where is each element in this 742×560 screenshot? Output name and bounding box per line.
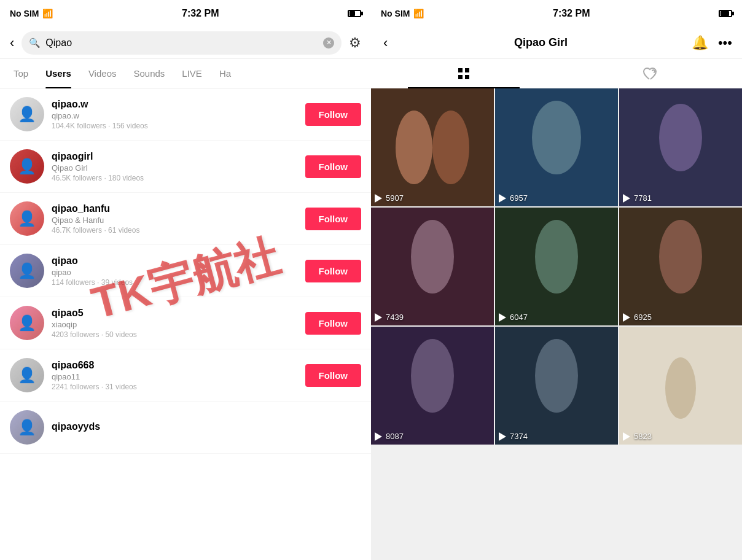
video-thumb[interactable]: 5907 xyxy=(371,88,494,206)
follow-button[interactable]: Follow xyxy=(305,364,362,387)
user-handle: qipao xyxy=(52,268,298,277)
time-right: 7:32 PM xyxy=(553,8,590,19)
video-overlay: 8087 xyxy=(375,432,404,441)
user-stats: 4203 followers · 50 videos xyxy=(52,330,298,339)
back-button[interactable]: ‹ xyxy=(7,33,17,53)
user-stats: 114 followers · 39 videos xyxy=(52,278,298,287)
user-list: 👤 qipao.w qipao.w 104.4K followers · 156… xyxy=(0,88,371,560)
video-grid: 5907 6957 xyxy=(371,88,742,560)
user-stats: 104.4K followers · 156 videos xyxy=(52,122,298,130)
video-thumb[interactable]: 7781 xyxy=(619,88,742,206)
play-icon xyxy=(623,432,631,441)
user-name: qipao668 xyxy=(52,360,298,371)
play-icon xyxy=(375,313,383,322)
follow-button[interactable]: Follow xyxy=(305,260,362,282)
view-count: 7781 xyxy=(634,193,652,203)
video-overlay: 5823 xyxy=(623,432,652,441)
view-count: 6957 xyxy=(510,193,528,203)
filter-icon[interactable]: ⚙ xyxy=(346,33,364,53)
carrier-right: No SIM 📶 xyxy=(381,9,424,18)
view-count: 6925 xyxy=(634,313,652,322)
list-item[interactable]: 👤 qipao qipao 114 followers · 39 videos … xyxy=(0,245,371,297)
battery-fill-right xyxy=(721,11,729,16)
list-item[interactable]: 👤 qipao_hanfu Qipao & Hanfu 46.7K follow… xyxy=(0,193,371,245)
user-name: qipaogirl xyxy=(52,151,298,162)
user-info: qipao668 qipao11 2241 followers · 31 vid… xyxy=(52,360,298,391)
video-overlay: 7374 xyxy=(499,432,528,441)
search-bar: ‹ 🔍 ✕ ⚙ xyxy=(0,27,371,59)
notification-icon[interactable]: 🔔 xyxy=(692,35,708,51)
grid-icon xyxy=(457,67,471,80)
svg-point-6 xyxy=(432,111,469,184)
video-overlay: 7781 xyxy=(623,193,652,203)
video-thumb[interactable]: 5823 xyxy=(619,327,742,445)
no-sim-left: No SIM xyxy=(10,9,39,18)
play-icon xyxy=(499,432,507,441)
video-overlay: 7439 xyxy=(375,313,404,322)
video-thumb[interactable]: 6957 xyxy=(495,88,618,206)
video-thumb[interactable]: 6047 xyxy=(495,208,618,325)
user-handle: xiaoqip xyxy=(52,320,298,329)
list-item[interactable]: 👤 qipao5 xiaoqip 4203 followers · 50 vid… xyxy=(0,297,371,349)
play-icon xyxy=(499,194,507,203)
video-bg-art xyxy=(495,327,618,445)
wifi-icon-right: 📶 xyxy=(413,9,424,18)
tab-videos[interactable]: Videos xyxy=(80,59,125,88)
battery-left xyxy=(348,10,361,17)
search-tabs: Top Users Videos Sounds LIVE Ha xyxy=(0,59,371,88)
video-overlay: 5907 xyxy=(375,193,404,203)
avatar: 👤 xyxy=(10,97,44,131)
tab-sounds[interactable]: Sounds xyxy=(125,59,173,88)
follow-button[interactable]: Follow xyxy=(305,155,362,178)
user-name: qipao_hanfu xyxy=(52,203,298,214)
status-bar-right: No SIM 📶 7:32 PM xyxy=(371,0,742,27)
more-icon[interactable]: ••• xyxy=(718,35,732,51)
tab-live[interactable]: LIVE xyxy=(173,59,211,88)
list-item[interactable]: 👤 qipaoyyds xyxy=(0,402,371,454)
profile-tab-liked[interactable] xyxy=(556,59,742,88)
svg-point-16 xyxy=(659,220,702,294)
clear-button[interactable]: ✕ xyxy=(323,37,334,49)
user-handle: qipao11 xyxy=(52,372,298,381)
follow-button[interactable]: Follow xyxy=(305,208,362,230)
svg-rect-2 xyxy=(458,75,463,79)
video-thumb[interactable]: 8087 xyxy=(371,327,494,445)
list-item[interactable]: 👤 qipao668 qipao11 2241 followers · 31 v… xyxy=(0,349,371,402)
play-icon xyxy=(499,313,507,322)
video-thumb[interactable]: 7439 xyxy=(371,208,494,325)
tab-ha[interactable]: Ha xyxy=(211,59,240,88)
battery-right xyxy=(719,10,732,17)
list-item[interactable]: 👤 qipaogirl Qipao Girl 46.5K followers ·… xyxy=(0,141,371,193)
time-left: 7:32 PM xyxy=(182,8,219,19)
battery-icon-right xyxy=(719,10,732,17)
user-handle: qipao.w xyxy=(52,111,298,120)
svg-rect-1 xyxy=(465,68,469,72)
video-bg-art xyxy=(371,88,494,206)
svg-point-14 xyxy=(535,220,578,294)
carrier-left: No SIM 📶 xyxy=(10,9,53,18)
video-thumb[interactable]: 6925 xyxy=(619,208,742,325)
profile-back-button[interactable]: ‹ xyxy=(381,33,390,53)
svg-rect-3 xyxy=(465,75,469,79)
profile-tab-grid[interactable] xyxy=(371,59,556,88)
search-input[interactable] xyxy=(45,37,318,49)
user-stats: 46.7K followers · 61 videos xyxy=(52,226,298,235)
follow-button[interactable]: Follow xyxy=(305,103,362,126)
profile-header: ‹ Qipao Girl 🔔 ••• xyxy=(371,27,742,59)
svg-rect-0 xyxy=(458,68,463,72)
video-thumb[interactable]: 7374 xyxy=(495,327,618,445)
list-item[interactable]: 👤 qipao.w qipao.w 104.4K followers · 156… xyxy=(0,88,371,141)
svg-point-12 xyxy=(411,220,454,294)
svg-point-22 xyxy=(665,357,696,419)
video-bg-art xyxy=(371,208,494,325)
user-stats: 46.5K followers · 180 videos xyxy=(52,174,298,182)
tab-users[interactable]: Users xyxy=(37,59,80,88)
wifi-icon-left: 📶 xyxy=(42,9,53,18)
view-count: 7374 xyxy=(510,432,528,441)
follow-button[interactable]: Follow xyxy=(305,312,362,335)
avatar: 👤 xyxy=(10,201,44,236)
user-name: qipao xyxy=(52,255,298,266)
tab-top[interactable]: Top xyxy=(5,59,37,88)
user-info: qipao.w qipao.w 104.4K followers · 156 v… xyxy=(52,99,298,130)
video-bg-art xyxy=(371,327,494,445)
